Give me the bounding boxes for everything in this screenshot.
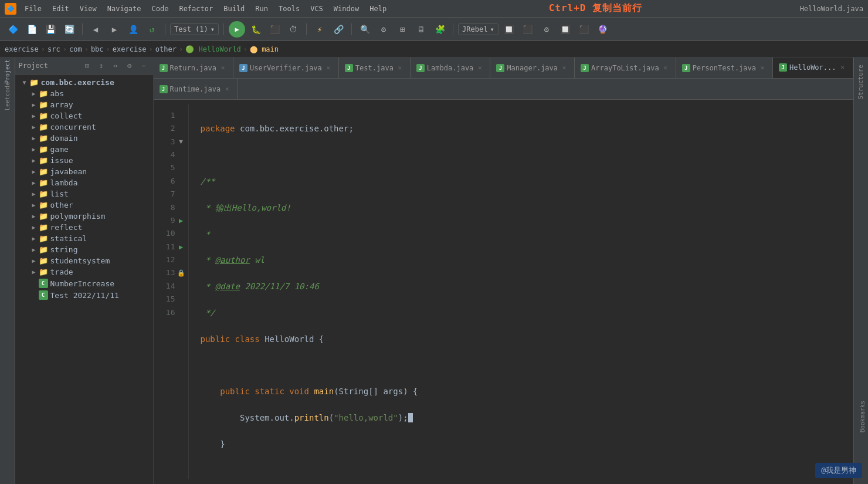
tab-manager-java[interactable]: J Manager.java ✕ (490, 57, 575, 78)
tab-close-runtime[interactable]: ✕ (223, 85, 231, 93)
jrebel-icon-2[interactable]: ⬛ (520, 21, 536, 38)
tab-persontest-java[interactable]: J PersonTest.java ✕ (676, 57, 773, 78)
tree-folder-lambda[interactable]: ▶ 📁 lambda (15, 177, 153, 188)
jrebel-icon-3[interactable]: ⚙ (538, 21, 555, 38)
menu-bar: File Edit View Navigate Code Refactor Bu… (20, 4, 391, 14)
tab-userverifier-java[interactable]: J UserVerifier.java ✕ (233, 57, 339, 78)
tree-folder-list[interactable]: ▶ 📁 list (15, 188, 153, 199)
tree-folder-game[interactable]: ▶ 📁 game (15, 144, 153, 155)
breadcrumb-other[interactable]: other (155, 45, 177, 53)
menu-navigate[interactable]: Navigate (103, 4, 146, 14)
tree-folder-studentsystem[interactable]: ▶ 📁 studentsystem (15, 255, 153, 266)
toolbar-save-icon[interactable]: 💾 (42, 21, 59, 38)
tree-class-test[interactable]: C Test 2022/11/11 (15, 289, 153, 301)
toolbar-search-everywhere-icon[interactable]: 🔍 (357, 21, 373, 38)
tree-root[interactable]: ▼ 📁 com.bbc.exercise (15, 77, 153, 88)
tree-folder-statical[interactable]: ▶ 📁 statical (15, 233, 153, 244)
menu-tools[interactable]: Tools (274, 4, 304, 14)
tree-folder-trade[interactable]: ▶ 📁 trade (15, 266, 153, 277)
jrebel-icon-4[interactable]: 🔲 (557, 21, 574, 38)
project-header-btn-3[interactable]: ↔ (110, 60, 121, 72)
tab-close-persontest[interactable]: ✕ (758, 64, 767, 72)
menu-edit[interactable]: Edit (48, 4, 74, 14)
jrebel-dropdown[interactable]: JRebel ▾ (458, 23, 499, 35)
tree-folder-polymorphism[interactable]: ▶ 📁 polymorphism (15, 211, 153, 222)
project-header-btn-1[interactable]: ⊞ (82, 60, 93, 72)
toolbar-profile-icon[interactable]: ⏱ (285, 21, 301, 38)
sidebar-project-tab[interactable]: Project (0, 60, 14, 83)
code-lines[interactable]: package com.bbc.exercise.other; /** * 输出… (189, 104, 853, 479)
tab-test-java[interactable]: J Test.java ✕ (339, 57, 411, 78)
project-header-close-icon[interactable]: − (138, 60, 150, 72)
toolbar-undo-icon[interactable]: ↺ (144, 21, 160, 38)
breadcrumb-exercise2[interactable]: exercise (113, 45, 147, 53)
menu-view[interactable]: View (75, 4, 101, 14)
menu-file[interactable]: File (20, 4, 46, 14)
menu-refactor[interactable]: Refactor (174, 4, 218, 14)
tree-folder-concurrent[interactable]: ▶ 📁 concurrent (15, 121, 153, 133)
jrebel-icon-6[interactable]: 🔮 (595, 21, 611, 38)
tab-close-test[interactable]: ✕ (396, 64, 404, 72)
tree-folder-issue[interactable]: ▶ 📁 issue (15, 155, 153, 166)
tab-arraytolist-java[interactable]: J ArrayToList.java ✕ (575, 57, 676, 78)
toolbar-settings-icon[interactable]: ⚙ (375, 21, 392, 38)
code-line-6: * @author wl (201, 253, 853, 266)
project-header-settings-icon[interactable]: ⚙ (124, 60, 135, 72)
breadcrumb-src[interactable]: src (48, 45, 60, 53)
breadcrumb-bbc[interactable]: bbc (91, 45, 104, 53)
toolbar-sync-icon[interactable]: 🔄 (61, 21, 77, 38)
tab-close-manager[interactable]: ✕ (560, 64, 568, 72)
toolbar-suspend-icon[interactable]: ⚡ (311, 21, 328, 38)
toolbar-debug-icon[interactable]: 🐛 (247, 21, 264, 38)
separator-2 (165, 23, 165, 35)
menu-vcs[interactable]: VCS (306, 4, 328, 14)
toolbar-recent-icon[interactable]: 👤 (125, 21, 141, 38)
sidebar-bookmarks-label[interactable]: Bookmarks (857, 396, 868, 437)
tree-folder-javabean[interactable]: ▶ 📁 javabean (15, 166, 153, 177)
breadcrumb-main[interactable]: ⬤ main (250, 45, 279, 53)
tree-folder-abs[interactable]: ▶ 📁 abs (15, 88, 153, 99)
tab-close-lambda[interactable]: ✕ (476, 64, 484, 72)
tree-folder-string[interactable]: ▶ 📁 string (15, 244, 153, 255)
tab-lambda-java[interactable]: J Lambda.java ✕ (411, 57, 490, 78)
menu-build[interactable]: Build (219, 4, 249, 14)
toolbar-plugin-icon[interactable]: 🧩 (432, 21, 448, 38)
tree-class-numberincrease[interactable]: C NumberIncrease (15, 277, 153, 289)
tab-return-java[interactable]: J Return.java ✕ (154, 57, 233, 78)
tab-close-helloworld[interactable]: ✕ (839, 63, 847, 72)
toolbar-intellij-icon[interactable]: 🔷 (5, 21, 21, 38)
tree-folder-array[interactable]: ▶ 📁 array (15, 99, 153, 110)
breadcrumb-helloworld[interactable]: 🟢 HelloWorld (185, 45, 240, 53)
toolbar-grid-icon[interactable]: ⊞ (394, 21, 411, 38)
menu-window[interactable]: Window (329, 4, 364, 14)
test-dropdown[interactable]: Test (1) ▾ (170, 23, 219, 35)
toolbar-forward-icon[interactable]: ▶ (106, 21, 123, 38)
tree-folder-reflect[interactable]: ▶ 📁 reflect (15, 222, 153, 233)
code-content-area[interactable]: 1 2 3 ▼ 4 5 (154, 100, 853, 484)
tab-close-userverifier[interactable]: ✕ (324, 64, 333, 72)
breadcrumb-exercise[interactable]: exercise (5, 45, 39, 53)
tab-close-arraytolist[interactable]: ✕ (662, 64, 670, 72)
tree-folder-collect[interactable]: ▶ 📁 collect (15, 110, 153, 121)
toolbar-coverage-icon[interactable]: ⬛ (266, 21, 283, 38)
toolbar-back-icon[interactable]: ◀ (87, 21, 104, 38)
sidebar-leetcode-tab[interactable]: Leetcode (0, 84, 14, 108)
breadcrumb-com[interactable]: com (69, 45, 82, 53)
tab-close-return[interactable]: ✕ (219, 64, 227, 72)
toolbar-monitor-icon[interactable]: 🖥 (413, 21, 429, 38)
menu-code[interactable]: Code (147, 4, 174, 14)
tree-folder-domain[interactable]: ▶ 📁 domain (15, 133, 153, 144)
toolbar-run-button[interactable]: ▶ (229, 21, 245, 38)
menu-run[interactable]: Run (250, 4, 273, 14)
tab-helloworld-java[interactable]: J HelloWor... ✕ (773, 57, 853, 78)
project-header-btn-2[interactable]: ↕ (96, 60, 107, 72)
toolbar-attach-icon[interactable]: 🔗 (330, 21, 347, 38)
jrebel-icon-1[interactable]: 🔲 (501, 21, 517, 38)
toolbar-new-icon[interactable]: 📄 (23, 21, 40, 38)
jrebel-icon-5[interactable]: ⬛ (576, 21, 592, 38)
sidebar-structure-label[interactable]: Structure (857, 60, 864, 104)
menu-help[interactable]: Help (365, 4, 391, 14)
line-11-gutter: 11 ▶ (154, 241, 188, 253)
tree-folder-other[interactable]: ▶ 📁 other (15, 199, 153, 211)
tab-runtime-java[interactable]: J Runtime.java ✕ (154, 79, 238, 99)
